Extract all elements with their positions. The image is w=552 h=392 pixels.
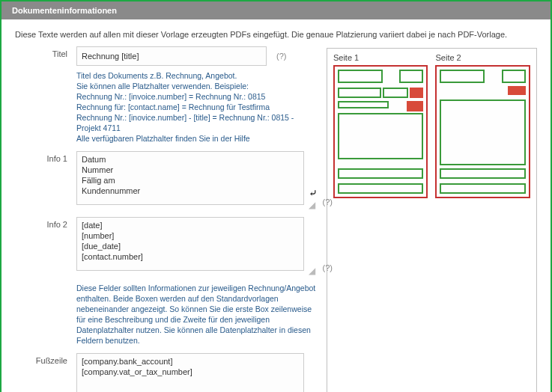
resize-grip-icon: ◢ — [309, 266, 315, 272]
label-titel: Titel — [15, 46, 76, 58]
help-icon[interactable]: (?) — [323, 197, 333, 206]
help-icon[interactable]: (?) — [269, 52, 286, 61]
intro-text: Diese Texte werden auf allen mit dieser … — [15, 30, 537, 39]
titel-hint: Titel des Dokuments z.B. Rechnung, Angeb… — [76, 70, 316, 144]
label-fusszeile: Fußzeile — [15, 353, 76, 365]
label-info2: Info 2 — [15, 217, 76, 229]
fusszeile-textarea[interactable] — [76, 353, 304, 392]
label-info1: Info 1 — [15, 151, 76, 163]
resize-grip-icon: ◢ — [309, 200, 315, 206]
section-header: Dokumenteninformationen — [1, 1, 551, 19]
titel-input[interactable] — [76, 46, 267, 66]
preview-page1-label: Seite 1 — [333, 53, 428, 62]
preview-page-2 — [435, 65, 530, 198]
info2-textarea[interactable] — [76, 217, 304, 271]
preview-panel: Seite 1 Seite 2 — [327, 48, 537, 392]
info1-textarea[interactable] — [76, 151, 304, 205]
preview-page-1 — [333, 65, 428, 198]
preview-page2-label: Seite 2 — [435, 53, 530, 62]
cursor-icon: ⤶ — [309, 187, 318, 199]
info-hint: Diese Felder sollten Informationen zur j… — [76, 283, 316, 346]
help-icon[interactable]: (?) — [323, 263, 333, 272]
